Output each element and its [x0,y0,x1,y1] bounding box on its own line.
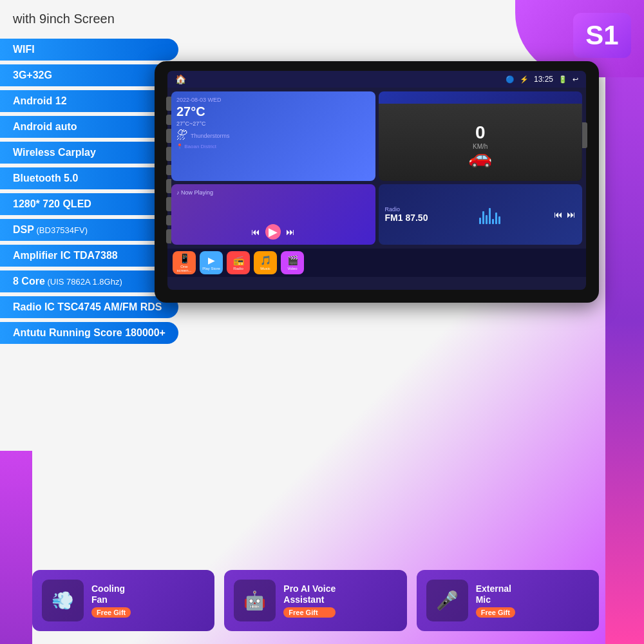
bottom-accent [0,451,32,644]
speed-unit: KM/h [473,143,488,150]
radio-next[interactable]: ⏭ [567,209,576,220]
home-icon[interactable]: 🏠 [175,74,186,84]
music-widget: ♪ Now Playing ⏮ ▶ ⏭ [171,184,375,245]
gift-icon-ai-voice: 🤖 [234,580,276,621]
weather-date: 2022-08-03 WED [176,97,370,103]
weather-range: 27°C~27°C [176,120,370,127]
sound-wave [479,205,500,224]
car-screen: 🏠 🔵 ⚡ 13:25 🔋 ↩ 2022-08-03 WED [167,71,586,290]
battery-icon: 🔋 [558,75,567,84]
weather-location: 📍 Baoan District [176,144,370,149]
signal-icon: ⚡ [520,75,529,84]
status-bar: 🏠 🔵 ⚡ 13:25 🔋 ↩ [167,71,586,88]
gift-info-cooling-fan: CoolingFan Free Gift [91,583,131,618]
radio-controls: ⏮ ⏭ [554,209,576,220]
gift-free-label-external-mic: Free Gift [476,607,515,618]
gift-title-ai-voice: Pro AI VoiceAssistant [283,583,336,605]
gift-free-label-ai-voice: Free Gift [283,607,336,618]
gifts-section: 💨 CoolingFan Free Gift 🤖 Pro AI VoiceAss… [32,570,599,631]
weather-icon: ⛈ [176,129,188,142]
gift-icon-external-mic: 🎤 [426,580,468,621]
feature-bluetooth: Bluetooth 5.0 [0,167,178,189]
gift-icon-cooling-fan: 💨 [42,580,84,621]
music-controls: ⏮ ▶ ⏭ [176,224,370,240]
side-button-vol-down[interactable] [166,229,171,243]
gift-info-external-mic: ExternalMic Free Gift [476,583,515,618]
weather-condition: Thunderstorms [191,133,230,139]
app-video-app[interactable]: 🎬Video [281,251,304,274]
speed-value: 0 [473,122,488,143]
feature-storage: 3G+32G [0,64,178,86]
weather-widget: 2022-08-03 WED 27°C 27°C~27°C ⛈ Thunders… [171,91,375,181]
gift-cooling-fan: 💨 CoolingFan Free Gift [32,570,214,631]
gift-title-cooling-fan: CoolingFan [91,583,131,605]
side-button-folder[interactable] [166,215,171,225]
music-label: ♪ Now Playing [176,189,370,196]
gift-info-ai-voice: Pro AI VoiceAssistant Free Gift [283,583,336,618]
features-list: WIFI3G+32GAndroid 12Android autoWireless… [0,39,178,344]
screen-grid: 2022-08-03 WED 27°C 27°C~27°C ⛈ Thunders… [167,88,586,249]
feature-wifi: WIFI [0,39,178,61]
side-button-power[interactable] [166,97,171,111]
side-button-call[interactable] [166,179,171,193]
side-button-reset[interactable] [166,115,171,125]
app-radio-app[interactable]: 📻Radio [227,251,250,274]
speed-widget: 0 KM/h 🚗 [379,91,583,181]
weather-temp: 27°C [176,104,370,119]
gift-external-mic: 🎤 ExternalMic Free Gift [417,570,599,631]
radio-prev[interactable]: ⏮ [554,209,563,220]
back-icon[interactable]: ↩ [573,75,578,84]
side-button-home[interactable] [166,129,171,143]
play-button[interactable]: ▶ [265,224,281,240]
feature-amplifier: Amplifier IC TDA7388 [0,245,178,267]
app-play-store[interactable]: ▶Play Store [200,251,223,274]
gift-title-external-mic: ExternalMic [476,583,515,605]
feature-display: 1280* 720 QLED [0,193,178,215]
apps-bar: 📱One screen...▶Play Store📻Radio🎵Music🎬Vi… [167,249,586,277]
feature-android: Android 12 [0,90,178,112]
feature-dsp: DSP (BD37534FV) [0,219,178,241]
prev-button[interactable]: ⏮ [251,227,260,237]
model-badge: S1 [573,13,631,58]
feature-android-auto: Android auto [0,116,178,138]
car-frame: 🏠 🔵 ⚡ 13:25 🔋 ↩ 2022-08-03 WED [155,61,599,303]
side-accent [605,0,644,644]
side-button-right[interactable] [582,122,587,148]
feature-radio: Radio IC TSC4745 AM/FM RDS [0,296,178,318]
feature-carplay: Wireless Carplay [0,142,178,164]
next-button[interactable]: ⏭ [286,227,295,237]
car-unit: 🏠 🔵 ⚡ 13:25 🔋 ↩ 2022-08-03 WED [155,61,599,303]
radio-widget: Radio FM1 87.50 [379,184,583,245]
side-button-vol-up[interactable] [166,165,171,175]
radio-label: Radio [385,206,428,213]
feature-antutu: Antutu Running Score 180000+ [0,322,178,344]
feature-core: 8 Core (UIS 7862A 1.8Ghz) [0,270,178,292]
app-one-screen[interactable]: 📱One screen... [173,251,196,274]
app-music-app[interactable]: 🎵Music [254,251,277,274]
side-button-settings[interactable] [166,197,171,211]
gift-free-label-cooling-fan: Free Gift [91,607,131,618]
radio-station: FM1 87.50 [385,213,428,223]
model-label: S1 [585,20,618,51]
side-button-menu[interactable] [166,147,171,161]
time-display: 13:25 [534,75,553,84]
page-subtitle: with 9inch Screen [13,12,115,26]
bluetooth-icon: 🔵 [506,75,515,84]
gift-ai-voice: 🤖 Pro AI VoiceAssistant Free Gift [224,570,406,631]
